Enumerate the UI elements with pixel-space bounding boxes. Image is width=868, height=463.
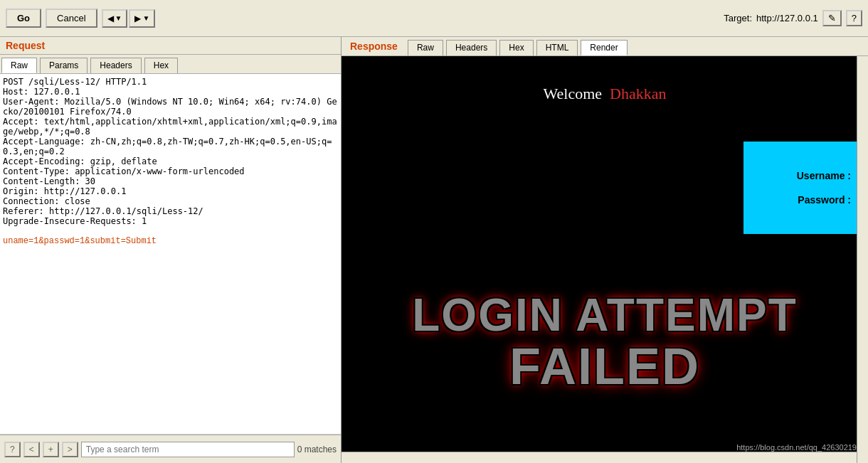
password-label: Password : <box>798 194 851 206</box>
render-area: Welcome Dhakkan Username : Password : LO… <box>342 56 868 463</box>
response-tabs: Raw Headers Hex HTML Render <box>406 37 629 55</box>
search-next-button[interactable]: > <box>62 442 78 457</box>
response-title: Response <box>342 38 406 55</box>
tab-response-raw[interactable]: Raw <box>408 40 443 55</box>
match-count: 0 matches <box>297 445 337 454</box>
login-box: Username : Password : <box>743 142 861 234</box>
welcome-text: Welcome Dhakkan <box>544 85 667 103</box>
main-layout: Request Raw Params Headers Hex POST /sql… <box>0 37 868 463</box>
tab-headers[interactable]: Headers <box>90 58 141 73</box>
request-title: Request <box>0 37 341 55</box>
response-header: Response Raw Headers Hex HTML Render <box>342 37 868 56</box>
request-panel: Request Raw Params Headers Hex POST /sql… <box>0 37 342 463</box>
edit-target-button[interactable]: ✎ <box>822 10 842 26</box>
back-icon: ◀ <box>107 14 114 23</box>
response-panel: Response Raw Headers Hex HTML Render Wel… <box>342 37 868 463</box>
tab-response-headers[interactable]: Headers <box>446 40 497 55</box>
search-input[interactable] <box>81 442 295 457</box>
forward-dropdown-icon: ▼ <box>142 14 149 22</box>
go-button[interactable]: Go <box>6 9 41 28</box>
tab-response-hex[interactable]: Hex <box>499 40 533 55</box>
request-tabs: Raw Params Headers Hex <box>0 55 341 74</box>
toolbar-left: Go Cancel ◀ ▼ ▶ ▼ <box>6 9 155 28</box>
failed-text: FAILED <box>370 341 840 392</box>
request-highlight: uname=1&passwd=1&submit=Submit <box>3 236 157 246</box>
request-body: POST /sqli/Less-12/ HTTP/1.1 Host: 127.0… <box>0 74 341 435</box>
render-scrollbar-vertical[interactable] <box>857 56 868 463</box>
tab-response-render[interactable]: Render <box>581 40 627 55</box>
welcome-name: Dhakkan <box>610 85 666 102</box>
search-help-button[interactable]: ? <box>4 442 21 457</box>
top-toolbar: Go Cancel ◀ ▼ ▶ ▼ Target: http://127.0.0… <box>0 0 868 37</box>
render-scrollbar-horizontal[interactable] <box>342 452 857 463</box>
tab-hex[interactable]: Hex <box>144 58 178 73</box>
bottom-search-bar: ? < + > 0 matches <box>0 435 341 463</box>
tab-params[interactable]: Params <box>40 58 88 73</box>
forward-icon: ▶ <box>134 14 141 23</box>
welcome-label: Welcome <box>544 85 603 102</box>
url-bar: https://blog.csdn.net/qq_42630219 <box>736 443 857 452</box>
back-dropdown-icon: ▼ <box>115 14 122 22</box>
username-label: Username : <box>797 170 851 181</box>
forward-button[interactable]: ▶ ▼ <box>129 9 155 28</box>
search-prev-button[interactable]: < <box>23 442 40 457</box>
target-url: http://127.0.0.1 <box>756 13 818 23</box>
search-add-button[interactable]: + <box>43 442 59 457</box>
target-label: Target: <box>724 13 752 23</box>
toolbar-right: Target: http://127.0.0.1 ✎ ? <box>724 10 862 26</box>
login-attempt-text: LOGIN ATTEMPT <box>370 292 840 338</box>
tab-response-html[interactable]: HTML <box>536 40 578 55</box>
request-body-text: POST /sqli/Less-12/ HTTP/1.1 Host: 127.0… <box>3 77 338 226</box>
tab-raw[interactable]: Raw <box>1 58 37 73</box>
cancel-button[interactable]: Cancel <box>46 9 97 28</box>
failed-container: LOGIN ATTEMPT FAILED <box>370 292 840 392</box>
back-button[interactable]: ◀ ▼ <box>102 9 128 28</box>
help-button[interactable]: ? <box>846 10 862 26</box>
